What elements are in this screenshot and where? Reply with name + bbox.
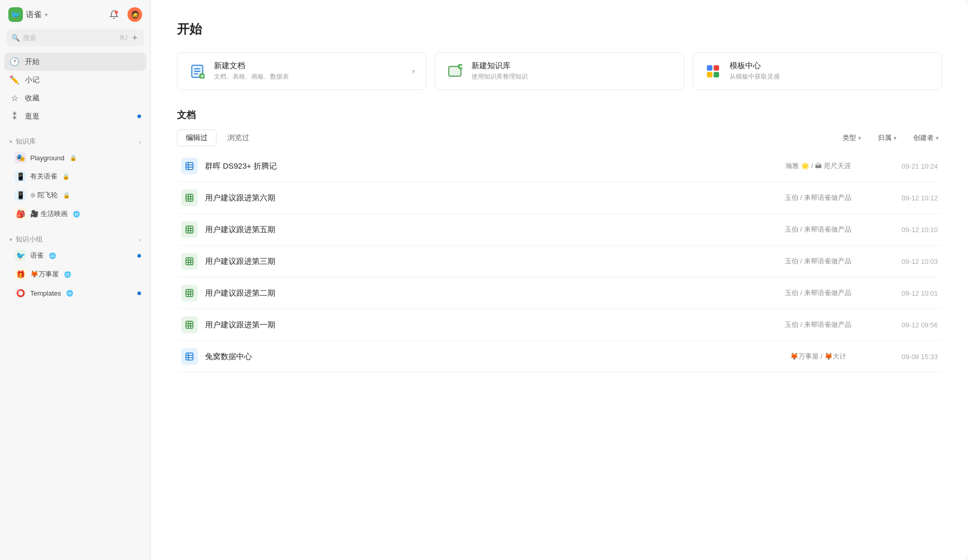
knowledge-section-header[interactable]: ▾ 知识库 › xyxy=(4,132,146,148)
yuque-group-dot-badge xyxy=(137,254,141,258)
new-doc-subtitle: 文档、表格、画板、数据表 xyxy=(214,72,404,81)
doc-time: 09-12 10:10 xyxy=(870,226,938,234)
doc-time: 09-12 10:12 xyxy=(870,194,938,202)
page-title: 开始 xyxy=(177,21,942,37)
tab-viewed[interactable]: 浏览过 xyxy=(219,130,258,146)
table-row[interactable]: 兔窝数据中心 🦊万事屋 / 🦊大计 09-08 15:33 xyxy=(177,341,942,373)
header-icons: 🧔 xyxy=(107,7,142,22)
sidebar-item-life[interactable]: 🎒 🎥 生活映画 🌐 xyxy=(4,205,146,223)
tabs-row: 编辑过 浏览过 类型 ▾ 归属 ▾ 创建者 ▾ xyxy=(177,130,942,146)
explore-icon: ⁑ xyxy=(9,111,20,121)
new-doc-icon xyxy=(188,62,207,81)
doc-name: 用户建议跟进第一期 xyxy=(205,320,766,330)
knowledge-section-header-left: ▾ 知识库 xyxy=(9,137,36,146)
doc-name: 兔窝数据中心 xyxy=(205,352,766,362)
templates-globe-icon: 🌐 xyxy=(66,290,73,297)
playground-icon: 🎭 xyxy=(15,152,26,163)
doc-time: 09-21 10:24 xyxy=(870,162,938,170)
table-row[interactable]: 群晖 DS923+ 折腾记 瀚雅 🌟 / 🏔 咫尺天涯 09-21 10:24 xyxy=(177,150,942,182)
knowledge-section: ▾ 知识库 › 🎭 Playground 🔒 📱 有关语雀 🔒 📱 ⊙ 陀飞轮 … xyxy=(0,128,150,223)
new-button[interactable]: ＋ xyxy=(131,32,139,43)
yuque-group-icon: 🐦 xyxy=(15,250,26,261)
templates-card-icon xyxy=(704,62,722,81)
favorites-icon: ☆ xyxy=(9,93,20,103)
new-kb-content: 新建知识库 使用知识库整理知识 xyxy=(472,61,673,81)
table-row[interactable]: 用户建议跟进第三期 玉伯 / 来帮语雀做产品 09-12 10:03 xyxy=(177,246,942,277)
nav-item-favorites[interactable]: ☆ 收藏 xyxy=(4,89,146,107)
new-kb-card[interactable]: 新建知识库 使用知识库整理知识 xyxy=(435,52,684,90)
sidebar-item-playground[interactable]: 🎭 Playground 🔒 xyxy=(4,148,146,167)
life-icon: 🎒 xyxy=(15,208,26,220)
luofeili-lock-icon: 🔒 xyxy=(63,192,70,199)
svg-rect-46 xyxy=(186,353,193,360)
sidebar-item-templates[interactable]: ⭕ Templates 🌐 xyxy=(4,284,146,302)
svg-rect-15 xyxy=(707,72,712,78)
tabs: 编辑过 浏览过 xyxy=(177,130,258,146)
home-icon: 🕐 xyxy=(9,57,20,67)
table-row[interactable]: 用户建议跟进第二期 玉伯 / 来帮语雀做产品 09-12 10:01 xyxy=(177,277,942,309)
doc-meta: 玉伯 / 来帮语雀做产品 xyxy=(766,320,870,329)
nav-item-home[interactable]: 🕐 开始 xyxy=(4,53,146,71)
filter-creator-label: 创建者 xyxy=(913,133,934,143)
sidebar-item-wanshiwu[interactable]: 🎁 🦊万事屋 🌐 xyxy=(4,265,146,284)
doc-icon xyxy=(181,316,198,333)
logo-area[interactable]: 🐦 语雀 ▾ xyxy=(8,7,48,22)
yuque-kb-icon: 📱 xyxy=(15,171,26,182)
doc-name: 用户建议跟进第三期 xyxy=(205,257,766,266)
logo-chevron-icon: ▾ xyxy=(45,11,48,18)
svg-rect-21 xyxy=(186,194,193,201)
table-row[interactable]: 用户建议跟进第一期 玉伯 / 来帮语雀做产品 09-12 09:56 xyxy=(177,309,942,341)
wanshiwu-icon: 🎁 xyxy=(15,269,26,280)
filter-owner[interactable]: 归属 ▾ xyxy=(875,131,900,145)
new-kb-title: 新建知识库 xyxy=(472,61,673,71)
nav-item-explore[interactable]: ⁑ 逛逛 xyxy=(4,107,146,125)
new-kb-icon xyxy=(445,62,464,81)
sidebar-item-yuque-group[interactable]: 🐦 语雀 🌐 xyxy=(4,246,146,265)
svg-rect-36 xyxy=(186,289,193,297)
new-doc-card[interactable]: 新建文档 文档、表格、画板、数据表 ▾ xyxy=(177,52,426,90)
filter-owner-label: 归属 xyxy=(878,133,891,143)
doc-meta: 玉伯 / 来帮语雀做产品 xyxy=(766,225,870,234)
doc-list: 群晖 DS923+ 折腾记 瀚雅 🌟 / 🏔 咫尺天涯 09-21 10:24 … xyxy=(177,150,942,373)
svg-rect-26 xyxy=(186,226,193,233)
avatar[interactable]: 🧔 xyxy=(128,7,142,22)
doc-time: 09-12 09:56 xyxy=(870,321,938,329)
wanshiwu-globe-icon: 🌐 xyxy=(64,271,71,278)
nav-item-notes[interactable]: ✏️ 小记 xyxy=(4,71,146,89)
docs-section-title: 文档 xyxy=(177,109,942,121)
sidebar-item-playground-label: Playground xyxy=(30,154,65,162)
sidebar-item-yuque[interactable]: 📱 有关语雀 🔒 xyxy=(4,167,146,186)
knowledge-section-label: 知识库 xyxy=(16,137,36,146)
groups-section-header[interactable]: ▾ 知识小组 › xyxy=(4,230,146,246)
table-row[interactable]: 用户建议跟进第六期 玉伯 / 来帮语雀做产品 09-12 10:12 xyxy=(177,182,942,214)
filter-creator[interactable]: 创建者 ▾ xyxy=(910,131,942,145)
new-doc-chevron-icon: ▾ xyxy=(412,67,415,75)
filter-type[interactable]: 类型 ▾ xyxy=(839,131,864,145)
doc-icon xyxy=(181,253,198,270)
groups-section: ▾ 知识小组 › 🐦 语雀 🌐 🎁 🦊万事屋 🌐 ⭕ Templates 🌐 xyxy=(0,225,150,302)
luofeili-icon: 📱 xyxy=(15,189,26,201)
doc-meta: 玉伯 / 来帮语雀做产品 xyxy=(766,257,870,266)
filter-row: 类型 ▾ 归属 ▾ 创建者 ▾ xyxy=(839,131,942,145)
doc-meta: 🦊万事屋 / 🦊大计 xyxy=(766,352,870,361)
sidebar-item-luofeili[interactable]: 📱 ⊙ 陀飞轮 🔒 xyxy=(4,186,146,205)
tab-edited[interactable]: 编辑过 xyxy=(177,130,216,146)
doc-meta: 玉伯 / 来帮语雀做产品 xyxy=(766,193,870,202)
new-doc-content: 新建文档 文档、表格、画板、数据表 xyxy=(214,61,404,81)
table-row[interactable]: 用户建议跟进第五期 玉伯 / 来帮语雀做产品 09-12 10:10 xyxy=(177,214,942,246)
doc-meta: 瀚雅 🌟 / 🏔 咫尺天涯 xyxy=(766,161,870,171)
svg-point-0 xyxy=(115,11,118,14)
groups-collapse-icon: ▾ xyxy=(9,236,12,243)
search-bar[interactable]: 🔍 搜索 ⌘J ＋ xyxy=(6,29,144,46)
filter-owner-chevron-icon: ▾ xyxy=(894,135,897,142)
templates-card[interactable]: 模板中心 从模板中获取灵感 xyxy=(693,52,942,90)
doc-time: 09-12 10:03 xyxy=(870,258,938,265)
logo-text: 语雀 xyxy=(26,10,42,20)
doc-icon xyxy=(181,158,198,174)
notes-icon: ✏️ xyxy=(9,75,20,85)
nav-items: 🕐 开始 ✏️ 小记 ☆ 收藏 ⁑ 逛逛 xyxy=(0,50,150,128)
nav-item-favorites-label: 收藏 xyxy=(25,94,40,103)
sidebar-item-luofeili-label: ⊙ 陀飞轮 xyxy=(30,190,58,200)
notification-button[interactable] xyxy=(107,7,121,22)
doc-name: 用户建议跟进第五期 xyxy=(205,225,766,235)
